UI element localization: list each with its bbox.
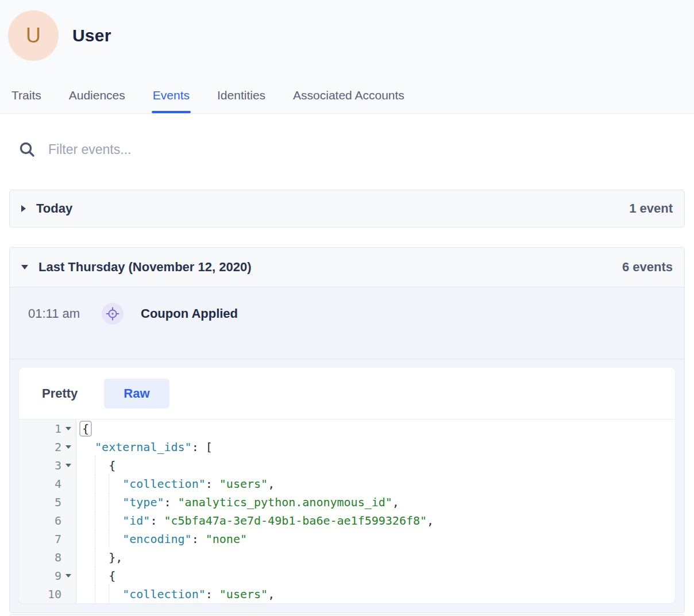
event-detail: Pretty Raw 12345678910 { "external_ids":… — [10, 359, 684, 613]
track-crosshair-icon — [102, 303, 124, 325]
code-line: { — [81, 567, 675, 585]
day-header-today[interactable]: Today 1 event — [10, 190, 684, 227]
filter-events-row — [18, 137, 694, 162]
event-name: Coupon Applied — [141, 306, 238, 321]
tab-pretty[interactable]: Pretty — [42, 386, 78, 401]
filter-events-input[interactable] — [48, 142, 450, 157]
fold-arrow-icon[interactable] — [65, 464, 71, 467]
event-count-badge: 1 event — [629, 201, 673, 216]
tab-events[interactable]: Events — [153, 88, 190, 113]
page-title: User — [72, 26, 111, 45]
line-number: 6 — [19, 511, 76, 530]
line-number: 7 — [19, 530, 76, 548]
tab-associated-accounts[interactable]: Associated Accounts — [293, 88, 404, 113]
line-number: 5 — [19, 493, 76, 511]
fold-arrow-icon[interactable] — [65, 445, 71, 449]
avatar: U — [8, 10, 59, 61]
tab-audiences[interactable]: Audiences — [69, 88, 125, 113]
code-line: }, — [81, 548, 675, 567]
events-main: Today 1 event Last Thursday (November 12… — [0, 137, 694, 616]
event-payload-card: Pretty Raw 12345678910 { "external_ids":… — [19, 368, 675, 603]
code-gutter: 12345678910 — [19, 419, 76, 603]
payload-code-viewer[interactable]: 12345678910 { "external_ids": [ { "colle… — [19, 419, 675, 603]
day-section-last-thursday: Last Thursday (November 12, 2020) 6 even… — [9, 247, 685, 613]
code-line: { — [81, 456, 675, 475]
line-number[interactable]: 3 — [19, 456, 76, 475]
line-number[interactable]: 2 — [19, 438, 76, 456]
tab-identities[interactable]: Identities — [217, 88, 265, 113]
event-count-badge: 6 events — [622, 260, 673, 275]
line-number[interactable]: 9 — [19, 567, 76, 585]
line-number: 10 — [19, 585, 76, 603]
code-line: { — [81, 419, 675, 438]
line-number: 8 — [19, 548, 76, 567]
code-lines: { "external_ids": [ { "collection": "use… — [76, 419, 675, 603]
avatar-initial: U — [26, 24, 41, 48]
day-title: Last Thursday (November 12, 2020) — [38, 260, 251, 275]
code-line: "external_ids": [ — [81, 438, 675, 456]
code-line: "type": "analytics_python.anonymous_id", — [81, 493, 675, 511]
chevron-right-icon — [21, 205, 26, 212]
fold-arrow-icon[interactable] — [65, 574, 71, 578]
code-line: "collection": "users", — [81, 585, 675, 603]
event-time: 01:11 am — [28, 306, 86, 321]
chevron-down-icon — [21, 265, 28, 270]
user-profile-page: U User Traits Audiences Events Identitie… — [0, 0, 694, 616]
profile-tabs: Traits Audiences Events Identities Assoc… — [8, 88, 694, 113]
fold-arrow-icon[interactable] — [65, 427, 71, 430]
line-number: 4 — [19, 475, 76, 493]
search-icon — [18, 141, 36, 158]
code-line: "encoding": "none" — [81, 530, 675, 548]
profile-header-top: U User — [8, 10, 694, 61]
code-line: "id": "c5bfa47a-3e7d-49b1-ba6e-ae1f59932… — [81, 511, 675, 530]
payload-view-tabs: Pretty Raw — [19, 368, 675, 419]
event-row-coupon-applied[interactable]: 01:11 am Coupon Applied — [10, 287, 684, 359]
profile-header: U User Traits Audiences Events Identitie… — [0, 0, 694, 114]
day-title: Today — [36, 201, 72, 216]
code-line: "collection": "users", — [81, 475, 675, 493]
tab-traits[interactable]: Traits — [11, 88, 41, 113]
day-body: 01:11 am Coupon Applied — [10, 287, 684, 613]
line-number[interactable]: 1 — [19, 419, 76, 438]
day-header-last-thursday[interactable]: Last Thursday (November 12, 2020) 6 even… — [10, 248, 684, 287]
tab-raw[interactable]: Raw — [104, 379, 169, 409]
day-section-today: Today 1 event — [9, 190, 685, 228]
event-row-inner: 01:11 am Coupon Applied — [28, 302, 666, 325]
